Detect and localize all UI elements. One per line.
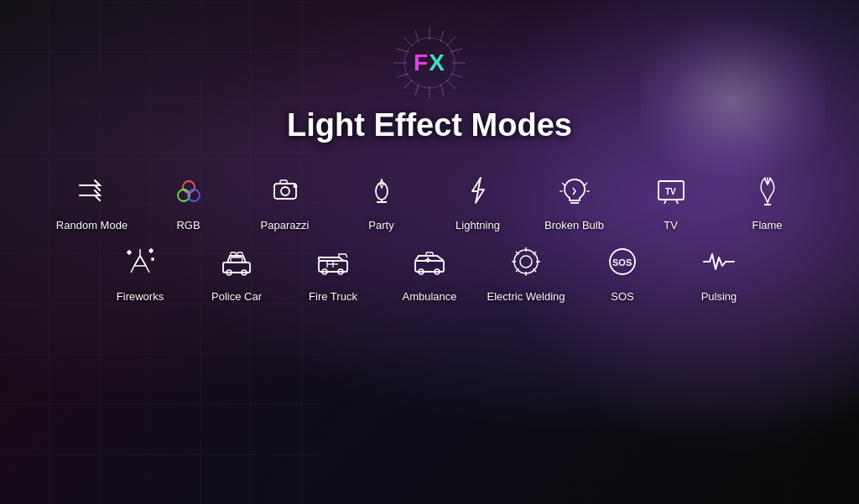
svg-text:TV: TV: [665, 187, 676, 196]
icon-item-fireworks[interactable]: Fireworks: [92, 240, 189, 303]
svg-line-42: [140, 256, 146, 266]
flame-icon: [746, 169, 789, 212]
icon-item-broken-bulb[interactable]: Broken Bulb: [526, 169, 622, 231]
svg-point-24: [376, 183, 388, 200]
icon-item-fire-truck[interactable]: Fire Truck: [285, 240, 382, 303]
icons-grid: Random Mode RGB: [0, 169, 859, 303]
icon-item-lightning[interactable]: Lightning: [430, 169, 526, 231]
svg-rect-22: [280, 180, 287, 184]
icon-item-ambulance[interactable]: Ambulance: [382, 240, 478, 303]
svg-point-21: [281, 187, 289, 195]
ambulance-label: Ambulance: [402, 290, 456, 303]
svg-rect-20: [274, 184, 296, 199]
icon-item-tv[interactable]: TV TV: [622, 169, 719, 231]
sos-icon: SOS: [601, 240, 644, 283]
ambulance-icon: [408, 240, 451, 283]
police-car-icon: [215, 240, 258, 283]
svg-line-6: [446, 37, 456, 46]
icon-item-paparazzi[interactable]: Paparazzi: [237, 169, 333, 231]
icon-item-random-mode[interactable]: Random Mode: [44, 169, 140, 231]
svg-point-23: [294, 185, 296, 188]
tv-label: TV: [664, 219, 678, 231]
icon-item-police-car[interactable]: Police Car: [189, 240, 285, 303]
fx-logo: FX: [392, 25, 467, 101]
party-icon: [360, 169, 403, 212]
electric-welding-label: Electric Welding: [487, 290, 565, 303]
icons-row-1: Random Mode RGB: [17, 169, 842, 231]
fire-truck-label: Fire Truck: [309, 290, 357, 303]
sos-label: SOS: [611, 290, 633, 303]
rgb-label: RGB: [176, 219, 200, 231]
icon-item-flame[interactable]: Flame: [719, 169, 815, 231]
broken-bulb-label: Broken Bulb: [544, 219, 604, 231]
broken-bulb-icon: [553, 169, 596, 212]
random-mode-label: Random Mode: [56, 219, 128, 231]
icon-item-sos[interactable]: SOS SOS: [575, 240, 671, 303]
svg-line-4: [403, 37, 413, 46]
svg-line-40: [131, 266, 134, 273]
fireworks-icon: [118, 240, 162, 283]
party-label: Party: [368, 219, 393, 231]
svg-point-46: [152, 258, 154, 260]
svg-line-7: [403, 80, 413, 89]
icon-item-rgb[interactable]: RGB: [140, 169, 237, 231]
flame-label: Flame: [752, 219, 782, 231]
svg-rect-55: [231, 252, 236, 256]
lightning-label: Lightning: [456, 219, 500, 231]
paparazzi-icon: [263, 169, 307, 212]
svg-line-39: [134, 256, 140, 266]
main-content: FX Light Effect Modes Random Mode: [0, 0, 859, 303]
svg-point-78: [520, 256, 532, 268]
svg-rect-56: [237, 252, 242, 256]
police-car-label: Police Car: [211, 290, 262, 303]
electric-welding-icon: [504, 240, 548, 283]
tv-icon: TV: [649, 169, 693, 212]
icons-row-2: Fireworks Police Car: [17, 240, 842, 303]
fire-truck-icon: [311, 240, 355, 283]
icon-item-pulsing[interactable]: Pulsing: [671, 240, 768, 303]
icon-item-party[interactable]: Party: [333, 169, 430, 231]
pulsing-label: Pulsing: [701, 290, 737, 303]
rgb-icon: [167, 169, 211, 212]
pulsing-icon: [697, 240, 741, 283]
fireworks-label: Fireworks: [117, 290, 164, 303]
paparazzi-label: Paparazzi: [261, 219, 310, 231]
svg-line-43: [146, 266, 149, 273]
lightning-icon: [456, 169, 500, 212]
random-mode-icon: [70, 169, 114, 212]
icon-item-electric-welding[interactable]: Electric Welding: [478, 240, 575, 303]
svg-rect-68: [426, 252, 433, 256]
svg-line-5: [446, 80, 456, 89]
page-title: Light Effect Modes: [287, 107, 572, 143]
svg-text:SOS: SOS: [612, 257, 632, 268]
fx-label: FX: [414, 49, 445, 76]
